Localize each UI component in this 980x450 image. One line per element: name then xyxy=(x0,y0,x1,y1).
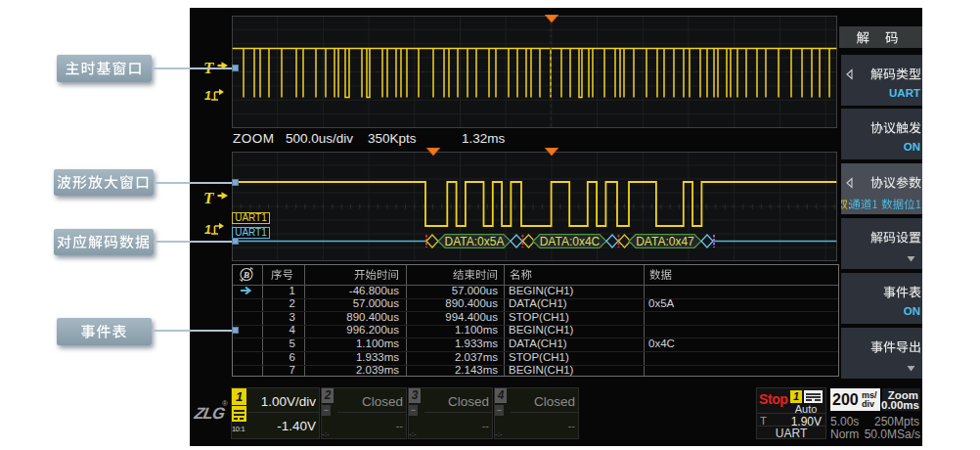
svg-text:B: B xyxy=(243,270,249,280)
svg-text:DATA:0x47: DATA:0x47 xyxy=(636,235,694,248)
svg-text:DATA:0x5A: DATA:0x5A xyxy=(445,235,505,248)
svg-text:1: 1 xyxy=(204,89,211,102)
svg-text:1: 1 xyxy=(204,223,211,236)
svg-text:DATA:0x4C: DATA:0x4C xyxy=(540,235,601,248)
svg-text:T: T xyxy=(203,189,214,206)
